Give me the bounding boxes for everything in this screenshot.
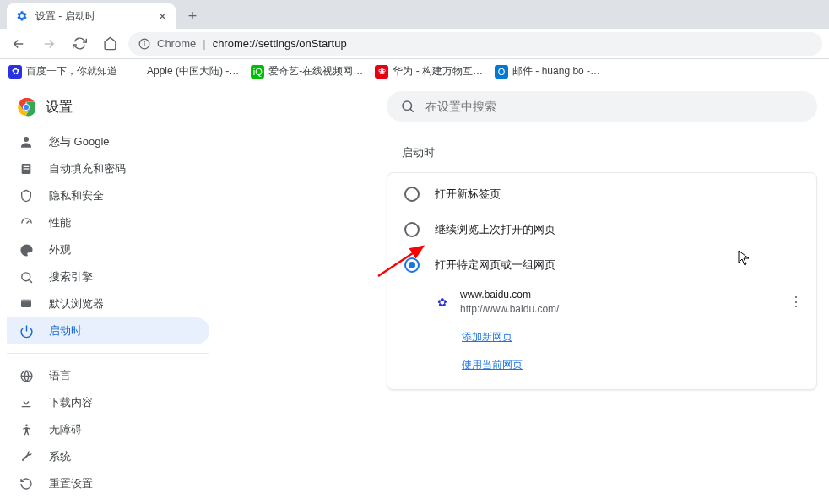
page-title: 设置 bbox=[46, 99, 73, 117]
close-icon[interactable]: ✕ bbox=[158, 10, 167, 23]
radio-continue[interactable]: 继续浏览上次打开的网页 bbox=[387, 212, 816, 247]
iqiyi-icon: iQ bbox=[251, 65, 264, 79]
bookmarks-bar: ✿百度一下，你就知道 Apple (中国大陆) -… iQ爱奇艺-在线视频网… … bbox=[0, 59, 829, 84]
gear-icon bbox=[15, 9, 29, 23]
forward-button[interactable] bbox=[37, 32, 61, 56]
bookmark-item[interactable]: Apple (中国大陆) -… bbox=[129, 64, 239, 79]
browser-tab-active[interactable]: 设置 - 启动时 ✕ bbox=[7, 3, 176, 29]
sidebar-item-default-browser[interactable]: 默认浏览器 bbox=[7, 290, 209, 317]
shield-icon bbox=[19, 189, 34, 203]
huawei-icon: ❀ bbox=[375, 65, 388, 79]
reset-icon bbox=[19, 477, 34, 490]
bookmark-item[interactable]: ✿百度一下，你就知道 bbox=[8, 64, 117, 79]
svg-point-11 bbox=[21, 272, 30, 280]
reload-button[interactable] bbox=[68, 32, 91, 56]
omnibox-url: chrome://settings/onStartup bbox=[213, 37, 347, 50]
new-tab-button[interactable]: + bbox=[181, 4, 204, 28]
svg-rect-8 bbox=[24, 166, 30, 167]
chrome-icon bbox=[17, 98, 35, 117]
divider bbox=[7, 353, 209, 354]
bookmark-item[interactable]: iQ爱奇艺-在线视频网… bbox=[251, 64, 363, 79]
radio-specific-pages[interactable]: 打开特定网页或一组网页 bbox=[387, 247, 816, 283]
radio-icon bbox=[404, 257, 420, 273]
palette-icon bbox=[19, 243, 34, 257]
browser-tabstrip: 设置 - 启动时 ✕ + bbox=[0, 0, 829, 29]
more-menu-button[interactable]: ⋮ bbox=[789, 294, 803, 310]
sidebar-item-downloads[interactable]: 下载内容 bbox=[7, 389, 209, 416]
info-icon bbox=[138, 38, 150, 50]
sidebar-item-reset[interactable]: 重置设置 bbox=[7, 470, 209, 497]
baidu-icon: ✿ bbox=[435, 295, 450, 310]
settings-header: 设置 bbox=[0, 91, 216, 128]
sidebar-item-performance[interactable]: 性能 bbox=[7, 209, 209, 236]
back-button[interactable] bbox=[7, 32, 30, 56]
on-startup-card: 打开新标签页 继续浏览上次打开的网页 打开特定网页或一组网页 ✿ www.bai… bbox=[387, 172, 817, 390]
accessibility-icon bbox=[19, 423, 34, 437]
home-button[interactable] bbox=[98, 32, 122, 56]
sidebar-item-privacy[interactable]: 隐私和安全 bbox=[7, 182, 209, 209]
tab-title: 设置 - 启动时 bbox=[35, 9, 151, 24]
svg-point-16 bbox=[25, 424, 28, 426]
startup-page-row: ✿ www.baidu.com http://www.baidu.com/ ⋮ bbox=[414, 283, 816, 322]
svg-point-6 bbox=[24, 137, 29, 142]
wrench-icon bbox=[19, 450, 34, 463]
speed-icon bbox=[19, 216, 34, 230]
sidebar-item-on-startup[interactable]: 启动时 bbox=[7, 317, 209, 344]
sidebar-item-system[interactable]: 系统 bbox=[7, 443, 209, 470]
sidebar-item-accessibility[interactable]: 无障碍 bbox=[7, 416, 209, 443]
sidebar-item-languages[interactable]: 语言 bbox=[7, 362, 209, 389]
radio-icon bbox=[404, 222, 420, 237]
baidu-icon: ✿ bbox=[8, 65, 22, 79]
settings-search-input[interactable] bbox=[425, 100, 804, 113]
search-icon bbox=[19, 270, 34, 285]
sidebar-item-you-and-google[interactable]: 您与 Google bbox=[7, 128, 209, 155]
person-icon bbox=[19, 134, 34, 149]
svg-line-23 bbox=[410, 109, 414, 112]
radio-icon bbox=[404, 187, 420, 202]
svg-rect-14 bbox=[21, 300, 31, 302]
svg-point-22 bbox=[403, 101, 412, 111]
apple-icon bbox=[129, 65, 143, 79]
startup-page-url: http://www.baidu.com/ bbox=[460, 302, 559, 317]
settings-search[interactable] bbox=[387, 91, 817, 122]
section-heading: 启动时 bbox=[402, 145, 821, 160]
sidebar-item-appearance[interactable]: 外观 bbox=[7, 236, 209, 263]
bookmark-item[interactable]: ❀华为 - 构建万物互… bbox=[375, 64, 483, 79]
globe-icon bbox=[19, 369, 34, 383]
browser-toolbar: Chrome | chrome://settings/onStartup bbox=[0, 29, 829, 59]
svg-line-10 bbox=[26, 220, 29, 223]
sidebar-item-autofill[interactable]: 自动填充和密码 bbox=[7, 155, 209, 182]
download-icon bbox=[19, 396, 34, 409]
address-bar[interactable]: Chrome | chrome://settings/onStartup bbox=[128, 32, 822, 56]
sidebar-item-search-engine[interactable]: 搜索引擎 bbox=[7, 263, 209, 290]
svg-rect-9 bbox=[24, 168, 30, 169]
autofill-icon bbox=[19, 162, 34, 176]
omnibox-chip: Chrome bbox=[157, 37, 196, 50]
settings-content: 启动时 打开新标签页 继续浏览上次打开的网页 打开特定网页或一组网页 ✿ bbox=[216, 84, 829, 504]
search-icon bbox=[400, 99, 415, 114]
browser-icon bbox=[19, 297, 34, 311]
power-icon bbox=[19, 324, 34, 339]
outlook-icon: O bbox=[495, 65, 508, 79]
settings-sidebar: 设置 您与 Google 自动填充和密码 隐私和安全 性能 外观 搜索引擎 默认… bbox=[0, 84, 216, 504]
svg-line-12 bbox=[29, 279, 32, 283]
radio-new-tab[interactable]: 打开新标签页 bbox=[387, 176, 816, 212]
startup-page-title: www.baidu.com bbox=[460, 288, 559, 302]
use-current-pages-link[interactable]: 使用当前网页 bbox=[462, 359, 523, 371]
add-new-page-link[interactable]: 添加新网页 bbox=[462, 331, 512, 343]
bookmark-item[interactable]: O邮件 - huang bo -… bbox=[495, 64, 600, 79]
